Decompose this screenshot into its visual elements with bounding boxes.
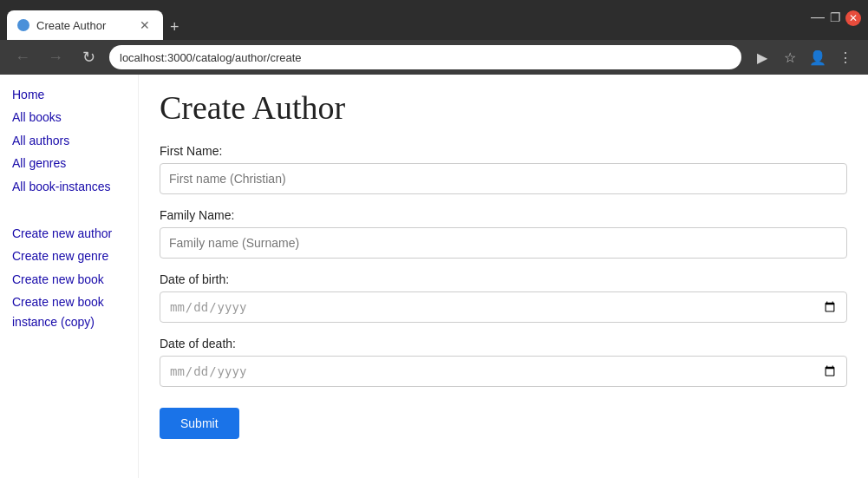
active-tab[interactable]: Create Author ✕: [7, 10, 163, 40]
dod-input[interactable]: [160, 356, 847, 387]
sidebar-item-create-book[interactable]: Create new book: [12, 270, 126, 289]
first-name-input[interactable]: [160, 163, 847, 194]
family-name-input[interactable]: [160, 227, 847, 259]
first-name-group: First Name:: [160, 144, 847, 194]
url-bar[interactable]: localhost:3000/catalog/author/create: [109, 45, 741, 69]
sidebar-item-home[interactable]: Home: [12, 85, 126, 104]
tab-bar: Create Author ✕ +: [7, 0, 186, 40]
sidebar-item-create-book-instance[interactable]: Create new book instance (copy): [12, 292, 126, 331]
sidebar-item-all-genres[interactable]: All genres: [12, 154, 126, 173]
submit-button[interactable]: Submit: [160, 408, 239, 439]
dob-label: Date of birth:: [160, 272, 847, 286]
sidebar-item-all-authors[interactable]: All authors: [12, 131, 126, 150]
family-name-group: Family Name:: [160, 208, 847, 259]
new-tab-button[interactable]: +: [163, 18, 186, 36]
account-icon[interactable]: 👤: [806, 45, 830, 69]
back-button[interactable]: ←: [10, 45, 35, 69]
tab-close-button[interactable]: ✕: [137, 17, 153, 33]
dod-label: Date of death:: [160, 337, 847, 350]
tab-title: Create Author: [36, 19, 130, 32]
toolbar-actions: ▶ ☆ 👤 ⋮: [750, 45, 858, 69]
create-author-form: First Name: Family Name: Date of birth: …: [160, 144, 847, 439]
window-controls: — ❐ ✕: [811, 10, 861, 26]
close-button[interactable]: ✕: [845, 10, 861, 26]
address-bar: ← → ↻ localhost:3000/catalog/author/crea…: [0, 40, 868, 75]
refresh-button[interactable]: ↻: [76, 45, 101, 69]
url-text: localhost:3000/catalog/author/create: [120, 51, 302, 64]
tab-favicon: [17, 19, 29, 31]
dod-group: Date of death:: [160, 337, 847, 387]
family-name-label: Family Name:: [160, 208, 847, 222]
bookmark-icon[interactable]: ☆: [778, 45, 802, 69]
page-title: Create Author: [160, 88, 847, 127]
main-content: Create Author First Name: Family Name: D…: [139, 75, 868, 478]
minimize-button[interactable]: —: [811, 10, 825, 24]
maximize-button[interactable]: ❐: [828, 10, 842, 24]
sidebar-item-create-genre[interactable]: Create new genre: [12, 246, 126, 265]
first-name-label: First Name:: [160, 144, 847, 158]
forward-button[interactable]: →: [43, 45, 68, 69]
page-layout: Home All books All authors All genres Al…: [0, 75, 868, 478]
dob-input[interactable]: [160, 291, 847, 323]
sidebar: Home All books All authors All genres Al…: [0, 75, 139, 478]
browser-chrome: Create Author ✕ + — ❐ ✕: [0, 0, 868, 40]
dob-group: Date of birth:: [160, 272, 847, 323]
sidebar-main-section: Home All books All authors All genres Al…: [12, 85, 126, 196]
menu-icon[interactable]: ⋮: [833, 45, 858, 69]
sidebar-item-all-books[interactable]: All books: [12, 108, 126, 127]
go-icon[interactable]: ▶: [750, 45, 774, 69]
sidebar-item-create-author[interactable]: Create new author: [12, 224, 126, 243]
sidebar-divider: [12, 212, 126, 224]
sidebar-create-section: Create new author Create new genre Creat…: [12, 224, 126, 331]
sidebar-item-all-book-instances[interactable]: All book-instances: [12, 177, 126, 196]
